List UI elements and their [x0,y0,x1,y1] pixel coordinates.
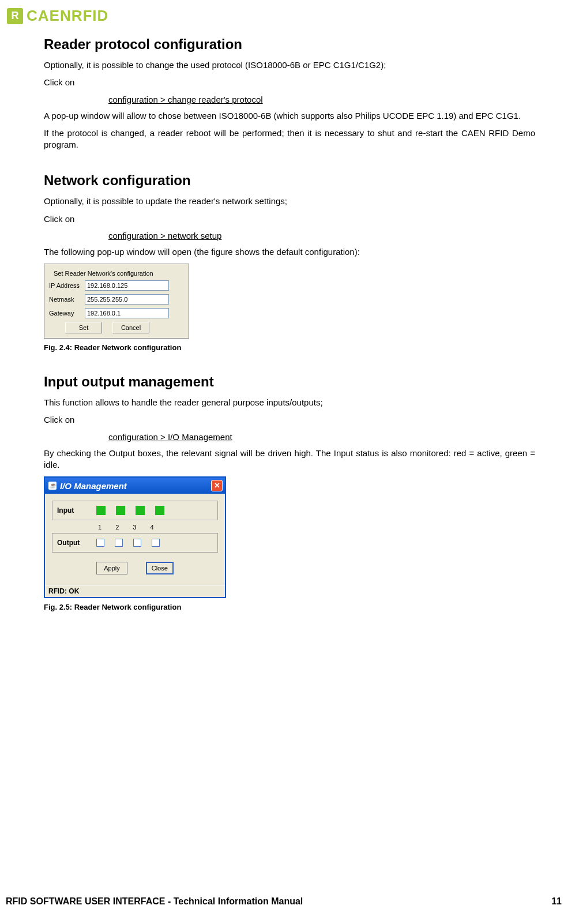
text: This function allows to handle the reade… [44,397,535,408]
menu-path: configuration > I/O Management [108,432,535,442]
heading-io-management: Input output management [44,374,535,390]
page-number: 11 [551,896,562,907]
logo-icon [7,8,23,24]
column-numbers: 1 2 3 4 [52,523,218,533]
set-button[interactable]: Set [65,322,102,333]
dialog-title: Set Reader Network's configuration [54,270,184,277]
output-label: Output [57,539,93,547]
close-button[interactable]: Close [146,562,174,574]
status-bar: RFID: OK [45,585,225,597]
netmask-row: Netmask [49,294,184,305]
text: The following pop-up window will open (t… [44,246,535,258]
input-led-2 [116,506,125,515]
menu-path: configuration > change reader's protocol [108,95,535,104]
text: Optionally, it is possible to change the… [44,59,535,71]
gateway-row: Gateway [49,308,184,318]
io-titlebar: ☕ I/O Management ✕ [45,478,225,494]
netmask-label: Netmask [49,296,85,303]
text: Click on [44,77,535,88]
netmask-input[interactable] [85,294,169,305]
page-footer: RFID SOFTWARE USER INTERFACE - Technical… [6,896,562,907]
gateway-input[interactable] [85,308,169,318]
col-num: 1 [98,524,101,531]
heading-network-config: Network configuration [44,172,535,189]
figure-caption: Fig. 2.5: Reader Network configuration [44,603,535,611]
col-num: 2 [115,524,119,531]
brand-logo: CAENRFID [7,7,579,25]
network-config-dialog: Set Reader Network's configuration IP Ad… [44,264,189,339]
menu-path: configuration > network setup [108,231,535,241]
footer-title: RFID SOFTWARE USER INTERFACE - Technical… [6,896,303,907]
text: Optionally, it is possible to update the… [44,196,535,207]
text: If the protocol is changed, a reader reb… [44,127,535,151]
input-led-3 [136,506,145,515]
io-button-row: Apply Close [52,555,218,583]
output-checkbox-1[interactable] [96,539,104,547]
gateway-label: Gateway [49,310,85,317]
col-num: 4 [150,524,153,531]
ip-row: IP Address [49,280,184,291]
col-num: 3 [133,524,136,531]
figure-caption: Fig. 2.4: Reader Network configuration [44,343,535,352]
output-checkbox-3[interactable] [133,539,141,547]
apply-button[interactable]: Apply [96,562,127,574]
text: A pop-up window will allow to chose betw… [44,110,535,122]
ip-address-input[interactable] [85,280,169,291]
page-content: Reader protocol configuration Optionally… [0,36,579,611]
ip-label: IP Address [49,282,85,289]
input-label: Input [57,506,93,514]
close-icon[interactable]: ✕ [211,480,223,491]
output-checkbox-4[interactable] [152,539,160,547]
output-row: Output [52,533,218,553]
text: By checking the Output boxes, the releva… [44,448,535,471]
dialog-button-row: Set Cancel [49,322,184,333]
heading-reader-protocol: Reader protocol configuration [44,36,535,52]
logo-text: CAENRFID [27,7,108,25]
io-management-dialog: ☕ I/O Management ✕ Input 1 2 3 4 [44,476,226,598]
text: Click on [44,213,535,225]
io-body: Input 1 2 3 4 Output [45,494,225,585]
output-checkbox-2[interactable] [115,539,123,547]
input-row: Input [52,501,218,520]
java-icon: ☕ [48,482,57,490]
input-led-1 [96,506,106,515]
io-title: I/O Management [60,481,127,491]
text: Click on [44,414,535,426]
input-led-4 [155,506,164,515]
cancel-button[interactable]: Cancel [112,322,149,333]
